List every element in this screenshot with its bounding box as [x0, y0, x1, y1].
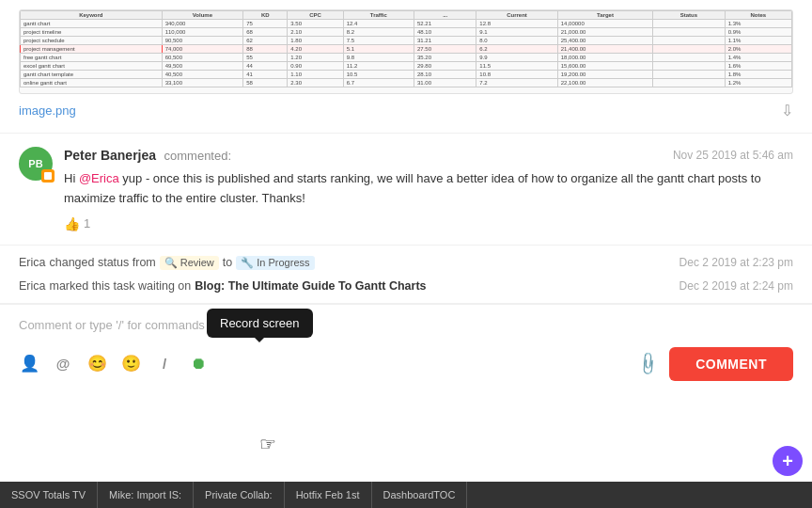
- slash-icon[interactable]: /: [154, 354, 175, 374]
- tooltip-text: Record screen: [220, 316, 300, 330]
- avatar: PB: [19, 147, 53, 181]
- main-container: KeywordVolumeKDCPCTraffic...CurrentTarge…: [0, 0, 812, 508]
- to-label: In Progress: [257, 257, 309, 268]
- activity-actor-1: Erica: [19, 256, 45, 269]
- floating-action-button[interactable]: +: [773, 446, 803, 476]
- activity-item: Erica changed status from 🔍 Review to 🔧 …: [19, 251, 793, 275]
- taskbar-item-4[interactable]: DashboardTOC: [372, 482, 468, 508]
- like-count: 1: [84, 216, 90, 230]
- toolbar-left: 👤 @ 😊 🙂 / ⏺: [19, 354, 209, 374]
- record-icon[interactable]: ⏺: [188, 354, 209, 374]
- download-icon[interactable]: ⇩: [781, 102, 793, 119]
- comment-placeholder[interactable]: Comment or type '/' for commands: [19, 314, 793, 341]
- comment-body: Peter Banerjea commented: Nov 25 2019 at…: [64, 147, 793, 231]
- like-section: 👍 1: [64, 216, 793, 231]
- commenter-name: Peter Banerjea: [64, 148, 156, 163]
- comment-text-before: Hi: [64, 171, 79, 185]
- comment-timestamp: Nov 25 2019 at 5:46 am: [673, 149, 793, 162]
- record-screen-tooltip: Record screen: [207, 309, 313, 338]
- emoji-face-icon[interactable]: 😊: [86, 354, 107, 374]
- image-filename[interactable]: image.png: [19, 103, 76, 118]
- activity-left-2: Erica marked this task waiting on Blog: …: [19, 279, 427, 293]
- cursor-hand: ☞: [259, 433, 276, 455]
- activity-to-badge: 🔧 In Progress: [236, 256, 314, 270]
- comment-header: Peter Banerjea commented: Nov 25 2019 at…: [64, 147, 793, 164]
- comment-meta: Peter Banerjea commented:: [64, 147, 231, 164]
- comment-button[interactable]: COMMENT: [669, 347, 793, 381]
- activity-to-word: to: [223, 256, 232, 269]
- comment-text: Hi @Erica yup - once this is published a…: [64, 169, 793, 209]
- attachment-icon[interactable]: 📎: [634, 350, 663, 378]
- from-label: Review: [180, 257, 214, 268]
- avatar-badge: [41, 169, 55, 183]
- activity-timestamp-1: Dec 2 2019 at 2:23 pm: [679, 256, 793, 269]
- image-section: KeywordVolumeKDCPCTraffic...CurrentTarge…: [0, 0, 812, 134]
- badge-icon: [44, 172, 52, 180]
- activity-action-2: marked this task waiting on: [49, 279, 191, 293]
- activity-action-1: changed status from: [49, 256, 155, 269]
- taskbar-item-1[interactable]: Mike: Import IS:: [98, 482, 194, 508]
- activity-timestamp-2: Dec 2 2019 at 2:24 pm: [679, 279, 793, 293]
- to-emoji: 🔧: [241, 257, 254, 269]
- comment-section: PB Peter Banerjea commented: Nov 25 2019…: [0, 134, 812, 246]
- activity-link[interactable]: Blog: The Ultimate Guide To Gantt Charts: [195, 279, 426, 293]
- comment-mention[interactable]: @Erica: [79, 171, 119, 185]
- taskbar-item-2[interactable]: Private Collab:: [194, 482, 285, 508]
- taskbar-item-3[interactable]: Hotfix Feb 1st: [285, 482, 372, 508]
- spreadsheet-preview: KeywordVolumeKDCPCTraffic...CurrentTarge…: [19, 9, 793, 94]
- at-icon[interactable]: @: [53, 354, 73, 374]
- like-icon[interactable]: 👍: [64, 216, 80, 231]
- comment-action: commented:: [164, 149, 232, 163]
- activity-item-2: Erica marked this task waiting on Blog: …: [19, 275, 793, 297]
- avatar-initials: PB: [28, 158, 42, 169]
- activity-from-badge: 🔍 Review: [160, 256, 219, 270]
- activity-log: Erica changed status from 🔍 Review to 🔧 …: [0, 246, 812, 304]
- comment-text-after: yup - once this is published and starts …: [64, 171, 761, 205]
- comment-input-area: Comment or type '/' for commands 👤 @ 😊 🙂…: [0, 304, 812, 389]
- taskbar: SSOV Totals TV Mike: Import IS: Private …: [0, 482, 812, 508]
- comment-toolbar: 👤 @ 😊 🙂 / ⏺ Record screen 📎 COMMENT: [19, 341, 793, 381]
- taskbar-item-0[interactable]: SSOV Totals TV: [0, 482, 98, 508]
- activity-actor-2: Erica: [19, 279, 45, 293]
- activity-left-1: Erica changed status from 🔍 Review to 🔧 …: [19, 256, 315, 270]
- person-icon[interactable]: 👤: [19, 354, 39, 374]
- from-emoji: 🔍: [164, 257, 178, 269]
- smiley-icon[interactable]: 🙂: [120, 354, 141, 374]
- toolbar-right: 📎 COMMENT: [638, 347, 793, 381]
- image-footer: image.png ⇩: [19, 102, 793, 119]
